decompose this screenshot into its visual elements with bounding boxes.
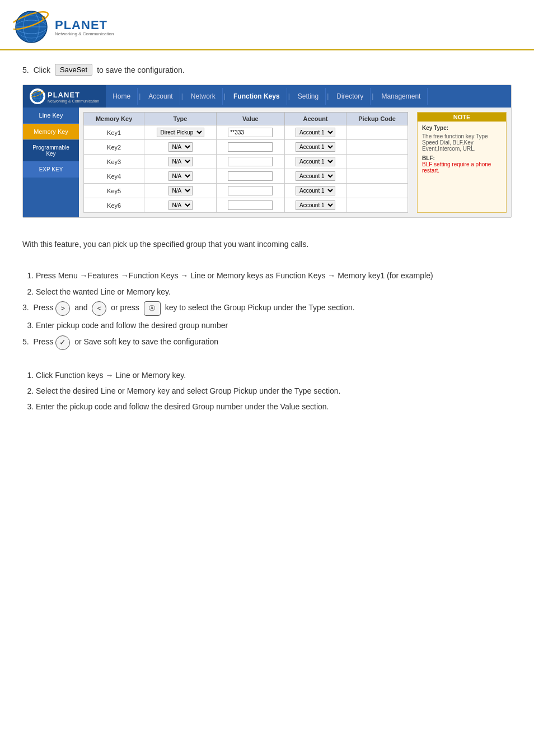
- type3-select[interactable]: N/A: [168, 157, 193, 166]
- right-arrow-icon: >: [55, 301, 70, 316]
- cell-type3: N/A: [144, 155, 217, 169]
- note-panel: NOTE Key Type: The free function key Typ…: [417, 112, 507, 213]
- account2-select[interactable]: Account 1: [296, 142, 335, 152]
- webui-simulation: PLANET Networking & Communication Home |…: [22, 85, 512, 218]
- nav-sep-2: |: [180, 88, 184, 105]
- note-blf-text: BLF setting require a phone restart.: [422, 161, 502, 174]
- body-content: With this feature, you can pick up the s…: [0, 227, 534, 432]
- table-row: Key5 N/A Account 1: [84, 184, 408, 198]
- type6-select[interactable]: N/A: [168, 200, 193, 210]
- web-step-3: Enter the pickup code and follow the des…: [36, 400, 512, 413]
- nav-network[interactable]: Network: [184, 88, 223, 105]
- saveset-button[interactable]: SaveSet: [55, 64, 92, 76]
- webui-logo-main: PLANET: [48, 91, 80, 99]
- value3-input[interactable]: [228, 157, 273, 166]
- web-instructions-list: Click Function keys → Line or Memory key…: [36, 369, 512, 413]
- account3-select[interactable]: Account 1: [296, 157, 335, 166]
- col-header-pickup-code: Pickup Code: [346, 113, 408, 125]
- step3-number: 3. Press: [22, 301, 53, 314]
- step5-press: 5. Press: [22, 335, 53, 348]
- account6-select[interactable]: Account 1: [296, 200, 335, 210]
- cell-value4: [216, 169, 284, 184]
- type4-select[interactable]: N/A: [168, 171, 193, 181]
- type1-select[interactable]: Direct Pickup: [157, 128, 204, 137]
- cell-account1: Account 1: [284, 125, 346, 140]
- cell-pickup4: [346, 169, 408, 184]
- cell-value5: [216, 184, 284, 198]
- sidebar-line-key[interactable]: Line Key: [23, 108, 79, 124]
- table-row: Key4 N/A Account 1: [84, 169, 408, 184]
- left-arrow-icon: <: [92, 301, 106, 316]
- cell-value2: [216, 140, 284, 155]
- cell-key3: Key3: [84, 155, 144, 169]
- webui-logo-text-area: PLANET Networking & Communication: [48, 90, 99, 103]
- nav-account[interactable]: Account: [142, 88, 180, 105]
- cell-account5: Account 1: [284, 184, 346, 198]
- sidebar-programmable-key[interactable]: Programmable Key: [23, 140, 79, 162]
- col-header-account: Account: [284, 113, 346, 125]
- account5-select[interactable]: Account 1: [296, 186, 335, 195]
- value2-input[interactable]: [228, 142, 273, 152]
- step3-and: and: [72, 301, 90, 314]
- page-header: PLANET Networking & Communication: [0, 0, 534, 50]
- table-row: Key3 N/A Account 1: [84, 155, 408, 169]
- web-step-2: Select the desired Line or Memory key an…: [36, 385, 512, 397]
- webui-logo: PLANET Networking & Communication: [23, 85, 106, 108]
- nav-setting[interactable]: Setting: [291, 88, 326, 105]
- cell-pickup5: [346, 184, 408, 198]
- webui-main: Line Key Memory Key Programmable Key EXP…: [23, 108, 511, 217]
- note-blf-label: BLF:: [422, 155, 502, 161]
- cell-key5: Key5: [84, 184, 144, 198]
- value4-input[interactable]: [228, 171, 273, 181]
- col-header-memory-key: Memory Key: [84, 113, 144, 125]
- cell-type5: N/A: [144, 184, 217, 198]
- logo-sub-text: Networking & Communication: [55, 31, 114, 36]
- webui-logo-icon: [30, 88, 45, 104]
- cell-pickup6: [346, 198, 408, 213]
- cell-type6: N/A: [144, 198, 217, 213]
- value6-input[interactable]: [228, 200, 273, 210]
- cell-key1: Key1: [84, 125, 144, 140]
- cell-pickup3: [346, 155, 408, 169]
- cell-key6: Key6: [84, 198, 144, 213]
- webui-navbar: PLANET Networking & Communication Home |…: [23, 85, 511, 108]
- webui-table-wrapper: Memory Key Type Value Account Pickup Cod…: [83, 112, 408, 213]
- note-title: NOTE: [418, 113, 506, 122]
- sidebar-memory-key[interactable]: Memory Key: [23, 124, 79, 140]
- step5-area: 5. Click SaveSet to save the configurati…: [0, 50, 534, 85]
- cell-value6: [216, 198, 284, 213]
- cell-type2: N/A: [144, 140, 217, 155]
- phone-step-5: 5. Press ✓ or Save soft key to save the …: [22, 335, 512, 350]
- nav-home[interactable]: Home: [106, 88, 138, 105]
- phone-step-4: Enter pickup code and follow the desired…: [36, 319, 512, 332]
- logo-text-area: PLANET Networking & Communication: [55, 18, 114, 36]
- phone-step-1: Press Menu →Features →Function Keys → Li…: [36, 269, 512, 282]
- logo-main-text: PLANET: [55, 18, 114, 32]
- sidebar-exp-key[interactable]: EXP KEY: [23, 162, 79, 178]
- cell-value1: [216, 125, 284, 140]
- type5-select[interactable]: N/A: [168, 186, 193, 195]
- webui-table-area: Memory Key Type Value Account Pickup Cod…: [79, 108, 511, 217]
- web-step-1: Click Function keys → Line or Memory key…: [36, 369, 512, 381]
- phone-step-3: 3. Press > and < or press Ⓐ key to selec…: [22, 301, 512, 316]
- step3-or: or press: [109, 301, 141, 314]
- ok-key-icon: Ⓐ: [144, 301, 161, 316]
- nav-function-keys[interactable]: Function Keys: [227, 88, 287, 105]
- value5-input[interactable]: [228, 186, 273, 195]
- save-icon: ✓: [55, 335, 70, 350]
- account1-select[interactable]: Account 1: [296, 128, 335, 137]
- value1-input[interactable]: [228, 128, 273, 137]
- nav-management[interactable]: Management: [374, 88, 428, 105]
- nav-directory[interactable]: Directory: [330, 88, 371, 105]
- cell-key2: Key2: [84, 140, 144, 155]
- step5-text-after: to save the configuration.: [97, 66, 184, 74]
- intro-paragraph: With this feature, you can pick up the s…: [22, 238, 512, 250]
- nav-sep-6: |: [371, 88, 374, 105]
- cell-account6: Account 1: [284, 198, 346, 213]
- nav-sep-1: |: [138, 88, 142, 105]
- account4-select[interactable]: Account 1: [296, 171, 335, 181]
- step5-text-before: Click: [34, 66, 50, 74]
- cell-pickup2: [346, 140, 408, 155]
- type2-select[interactable]: N/A: [168, 142, 193, 152]
- phone-instructions-list: Press Menu →Features →Function Keys → Li…: [36, 269, 512, 349]
